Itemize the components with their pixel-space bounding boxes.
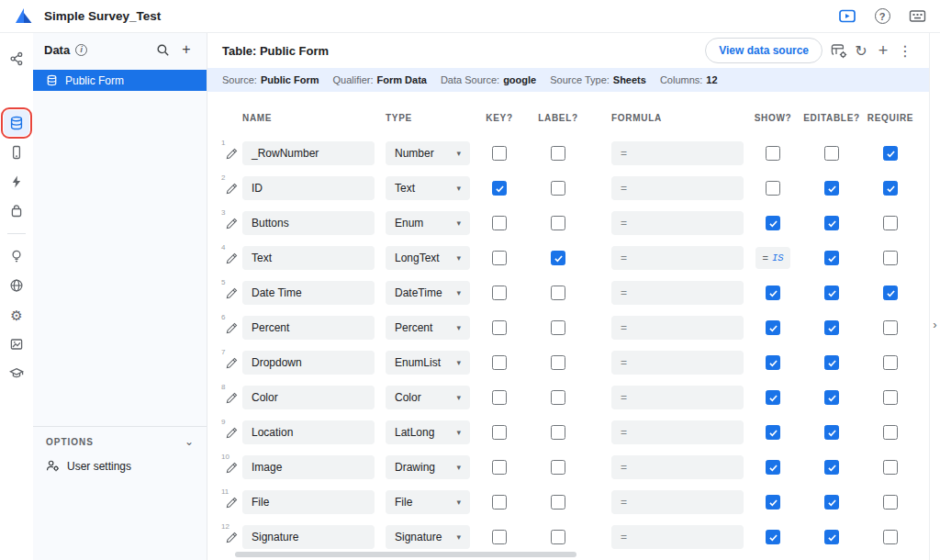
edit-column-icon[interactable] bbox=[222, 528, 241, 546]
column-name-field[interactable]: Text bbox=[242, 246, 375, 270]
show-checkbox[interactable] bbox=[766, 286, 780, 300]
required-checkbox[interactable] bbox=[883, 146, 898, 161]
label-checkbox[interactable] bbox=[551, 146, 565, 161]
column-type-select[interactable]: Text▾ bbox=[386, 176, 470, 200]
editable-checkbox[interactable] bbox=[824, 425, 839, 440]
column-name-field[interactable]: _RowNumber bbox=[242, 141, 375, 165]
help-icon[interactable]: ? bbox=[872, 6, 892, 27]
key-checkbox[interactable] bbox=[492, 146, 507, 161]
show-checkbox[interactable] bbox=[766, 181, 780, 196]
show-checkbox[interactable] bbox=[766, 530, 780, 544]
label-checkbox[interactable] bbox=[551, 181, 565, 196]
refresh-icon[interactable]: ↻ bbox=[850, 39, 872, 62]
column-name-field[interactable]: Buttons bbox=[242, 211, 375, 235]
label-checkbox[interactable] bbox=[551, 355, 565, 370]
show-checkbox[interactable] bbox=[766, 320, 780, 335]
show-checkbox[interactable] bbox=[766, 425, 780, 440]
editable-checkbox[interactable] bbox=[824, 286, 839, 300]
edit-column-icon[interactable] bbox=[222, 458, 241, 476]
editable-checkbox[interactable] bbox=[824, 495, 839, 510]
show-checkbox[interactable] bbox=[766, 216, 780, 230]
key-checkbox[interactable] bbox=[492, 495, 507, 510]
edit-column-icon[interactable] bbox=[222, 179, 241, 197]
add-column-icon[interactable]: + bbox=[872, 39, 894, 62]
edit-column-icon[interactable] bbox=[222, 353, 241, 372]
column-name-field[interactable]: Date Time bbox=[242, 281, 375, 305]
column-type-select[interactable]: Number▾ bbox=[386, 141, 470, 165]
formula-field[interactable]: = bbox=[611, 246, 744, 270]
show-checkbox[interactable] bbox=[766, 495, 780, 510]
search-icon[interactable] bbox=[153, 40, 172, 59]
column-type-select[interactable]: DateTime▾ bbox=[386, 281, 470, 305]
view-data-source-button[interactable]: View data source bbox=[705, 38, 822, 63]
required-checkbox[interactable] bbox=[883, 286, 898, 300]
column-type-select[interactable]: Percent▾ bbox=[386, 316, 470, 340]
column-type-select[interactable]: Signature▾ bbox=[386, 525, 470, 549]
manage-icon[interactable] bbox=[4, 331, 29, 357]
column-name-field[interactable]: Percent bbox=[242, 316, 375, 340]
sidebar-item-public-form[interactable]: Public Form bbox=[33, 70, 207, 91]
column-type-select[interactable]: EnumList▾ bbox=[386, 351, 470, 375]
chevron-down-icon[interactable]: ⌄ bbox=[185, 436, 194, 447]
preview-app-icon[interactable] bbox=[837, 6, 857, 27]
key-checkbox[interactable] bbox=[492, 355, 507, 370]
column-type-select[interactable]: LatLong▾ bbox=[386, 420, 470, 444]
key-checkbox[interactable] bbox=[492, 216, 507, 230]
required-checkbox[interactable] bbox=[883, 181, 898, 196]
show-formula-field[interactable]: =IS bbox=[755, 247, 790, 269]
key-checkbox[interactable] bbox=[492, 320, 507, 335]
editable-checkbox[interactable] bbox=[824, 460, 839, 475]
column-type-select[interactable]: Drawing▾ bbox=[386, 455, 470, 479]
deploy-globe-icon[interactable] bbox=[4, 273, 29, 298]
formula-field[interactable]: = bbox=[611, 141, 744, 165]
key-checkbox[interactable] bbox=[492, 390, 507, 405]
formula-field[interactable]: = bbox=[611, 176, 744, 200]
add-table-icon[interactable]: + bbox=[177, 40, 196, 59]
required-checkbox[interactable] bbox=[883, 320, 898, 335]
edit-column-icon[interactable] bbox=[222, 144, 241, 162]
formula-field[interactable]: = bbox=[611, 455, 744, 479]
key-checkbox[interactable] bbox=[492, 460, 507, 475]
edit-column-icon[interactable] bbox=[222, 284, 241, 302]
settings-gear-icon[interactable]: ⚙ bbox=[4, 302, 29, 328]
column-type-select[interactable]: Color▾ bbox=[386, 386, 470, 409]
show-checkbox[interactable] bbox=[766, 390, 780, 405]
editable-checkbox[interactable] bbox=[824, 216, 839, 230]
formula-field[interactable]: = bbox=[611, 316, 744, 340]
formula-field[interactable]: = bbox=[611, 281, 744, 305]
edit-column-icon[interactable] bbox=[222, 249, 241, 267]
show-checkbox[interactable] bbox=[766, 460, 780, 475]
edit-column-icon[interactable] bbox=[222, 319, 241, 337]
editable-checkbox[interactable] bbox=[824, 320, 839, 335]
label-checkbox[interactable] bbox=[551, 460, 565, 475]
edit-column-icon[interactable] bbox=[222, 214, 241, 232]
key-checkbox[interactable] bbox=[492, 181, 507, 196]
key-checkbox[interactable] bbox=[492, 530, 507, 544]
key-checkbox[interactable] bbox=[492, 251, 507, 265]
more-options-icon[interactable]: ⋮ bbox=[894, 39, 916, 62]
column-name-field[interactable]: Location bbox=[242, 420, 375, 444]
formula-field[interactable]: = bbox=[611, 386, 744, 409]
required-checkbox[interactable] bbox=[883, 495, 898, 510]
column-name-field[interactable]: Image bbox=[242, 455, 375, 479]
column-type-select[interactable]: LongText▾ bbox=[386, 246, 470, 270]
formula-field[interactable]: = bbox=[611, 351, 744, 375]
column-name-field[interactable]: Dropdown bbox=[242, 351, 375, 375]
formula-field[interactable]: = bbox=[611, 525, 744, 549]
horizontal-scrollbar[interactable] bbox=[235, 552, 576, 557]
editable-checkbox[interactable] bbox=[824, 146, 839, 161]
column-name-field[interactable]: File bbox=[242, 490, 375, 514]
required-checkbox[interactable] bbox=[883, 530, 898, 544]
column-name-field[interactable]: Signature bbox=[242, 525, 375, 549]
required-checkbox[interactable] bbox=[883, 425, 898, 440]
formula-field[interactable]: = bbox=[611, 211, 744, 235]
editable-checkbox[interactable] bbox=[824, 390, 839, 405]
required-checkbox[interactable] bbox=[883, 355, 898, 370]
edit-column-icon[interactable] bbox=[222, 388, 241, 407]
label-checkbox[interactable] bbox=[551, 390, 565, 405]
editable-checkbox[interactable] bbox=[824, 530, 839, 544]
show-checkbox[interactable] bbox=[766, 146, 780, 161]
editable-checkbox[interactable] bbox=[824, 355, 839, 370]
column-name-field[interactable]: Color bbox=[242, 386, 375, 409]
required-checkbox[interactable] bbox=[883, 216, 898, 230]
